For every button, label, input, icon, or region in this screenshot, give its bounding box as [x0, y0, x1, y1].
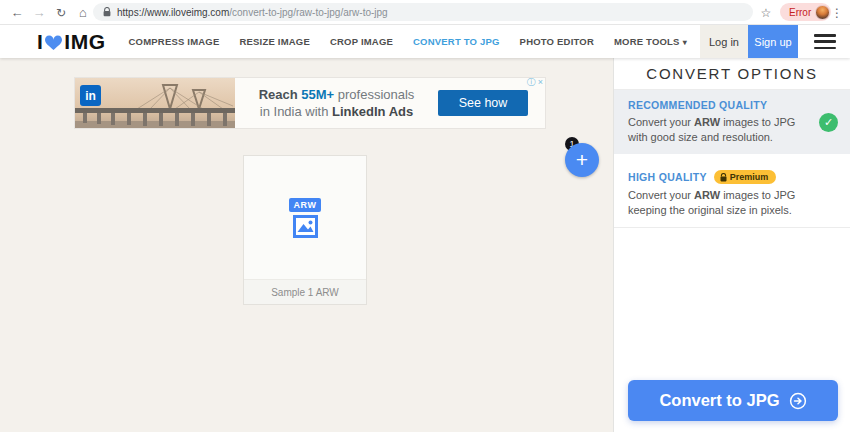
premium-badge: Premium: [714, 170, 777, 184]
logo-prefix: I: [37, 30, 43, 54]
ad-close-icon[interactable]: ×: [538, 77, 543, 87]
panel-title: CONVERT OPTIONS: [614, 58, 850, 90]
bookmark-star-icon[interactable]: ☆: [757, 0, 775, 25]
see-how-button[interactable]: See how: [438, 90, 528, 116]
nav-item-convert-to-jpg[interactable]: CONVERT TO JPG: [403, 36, 510, 47]
nav-item-photo-editor[interactable]: PHOTO EDITOR: [510, 36, 604, 47]
ad-copy: Reach 55M+ professionals in India with L…: [235, 78, 438, 128]
login-button[interactable]: Log in: [700, 25, 748, 58]
option-description: Convert your ARW images to JPG keeping t…: [628, 188, 836, 217]
lock-icon: [720, 173, 727, 182]
add-files-control: 1 +: [565, 143, 599, 177]
add-files-button[interactable]: +: [565, 143, 599, 177]
heart-icon: [44, 34, 63, 51]
reload-button[interactable]: ↻: [50, 0, 72, 25]
browser-window: ← → ↻ ⌂ https://www.iloveimg.com/convert…: [0, 0, 850, 432]
file-card[interactable]: ARW Sample 1 ARW: [243, 155, 367, 305]
browser-chrome: ← → ↻ ⌂ https://www.iloveimg.com/convert…: [0, 0, 850, 25]
signup-button[interactable]: Sign up: [748, 25, 798, 58]
ad-line-2: in India with LinkedIn Ads: [235, 104, 438, 121]
arrow-circle-icon: [789, 392, 807, 410]
file-thumbnail: ARW: [244, 156, 366, 279]
site-logo[interactable]: I IMG: [37, 30, 106, 54]
option-description: Convert your ARW images to JPG with good…: [628, 115, 806, 144]
nav-item-resize-image[interactable]: RESIZE IMAGE: [229, 36, 320, 47]
ad-controls: ⓘ ×: [527, 77, 543, 87]
url-path: /convert-to-jpg/raw-to-jpg/arw-to-jpg: [229, 7, 387, 18]
convert-button[interactable]: Convert to JPG: [628, 380, 838, 421]
option-heading: HIGH QUALITY: [628, 171, 707, 183]
logo-suffix: IMG: [64, 30, 105, 54]
ad-banner[interactable]: in Reach 55M+ professionals in India wit…: [75, 78, 545, 128]
chevron-down-icon: ▾: [683, 38, 687, 47]
sync-error-label: Error: [789, 7, 811, 18]
image-icon: [293, 215, 318, 238]
selected-check-icon: ✓: [819, 113, 838, 132]
ad-info-icon[interactable]: ⓘ: [527, 77, 536, 87]
format-badge: ARW: [289, 198, 322, 212]
ad-image: in: [75, 78, 235, 128]
browser-menu-icon[interactable]: ⋮: [828, 0, 846, 25]
nav-item-compress-image[interactable]: COMPRESS IMAGE: [119, 36, 230, 47]
back-button[interactable]: ←: [6, 0, 28, 25]
ad-line-1: Reach 55M+ professionals: [235, 87, 438, 104]
url-bar[interactable]: https://www.iloveimg.com/convert-to-jpg/…: [93, 3, 753, 21]
forward-button[interactable]: →: [28, 0, 50, 25]
file-name: Sample 1 ARW: [244, 279, 366, 304]
url-domain: https://www.iloveimg.com: [117, 7, 229, 18]
option-high-quality[interactable]: HIGH QUALITY Premium Convert your ARW im…: [614, 161, 850, 228]
home-button[interactable]: ⌂: [72, 0, 94, 25]
lock-icon: [103, 7, 111, 17]
profile-chip[interactable]: Error: [780, 3, 831, 21]
workspace: in Reach 55M+ professionals in India wit…: [0, 58, 613, 432]
linkedin-logo: in: [80, 85, 101, 106]
nav-item-crop-image[interactable]: CROP IMAGE: [320, 36, 403, 47]
nav-menu: COMPRESS IMAGE RESIZE IMAGE CROP IMAGE C…: [119, 36, 697, 47]
auth-buttons: Log in Sign up: [700, 25, 850, 58]
nav-item-more-tools[interactable]: MORE TOOLS▾: [604, 36, 697, 47]
convert-options-panel: CONVERT OPTIONS RECOMMENDED QUALITY Conv…: [613, 58, 850, 432]
hamburger-menu-icon[interactable]: [814, 34, 836, 49]
option-heading: RECOMMENDED QUALITY: [628, 99, 806, 111]
site-navbar: I IMG COMPRESS IMAGE RESIZE IMAGE CROP I…: [0, 25, 850, 58]
option-recommended-quality[interactable]: RECOMMENDED QUALITY Convert your ARW ima…: [614, 90, 850, 154]
